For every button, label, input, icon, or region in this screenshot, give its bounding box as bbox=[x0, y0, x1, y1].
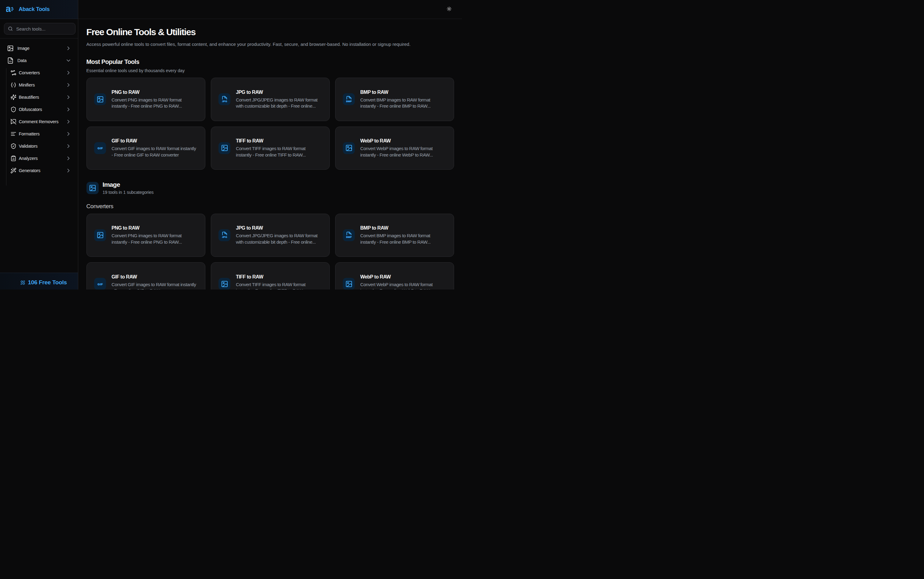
svg-text:a: a bbox=[6, 5, 11, 13]
svg-text:BMP: BMP bbox=[346, 236, 352, 239]
svg-text:GIF: GIF bbox=[98, 146, 103, 150]
svg-text:JPG: JPG bbox=[222, 236, 227, 239]
svg-text:GIF: GIF bbox=[98, 283, 103, 286]
svg-text:JPG: JPG bbox=[222, 100, 227, 103]
svg-text:BMP: BMP bbox=[346, 100, 352, 103]
